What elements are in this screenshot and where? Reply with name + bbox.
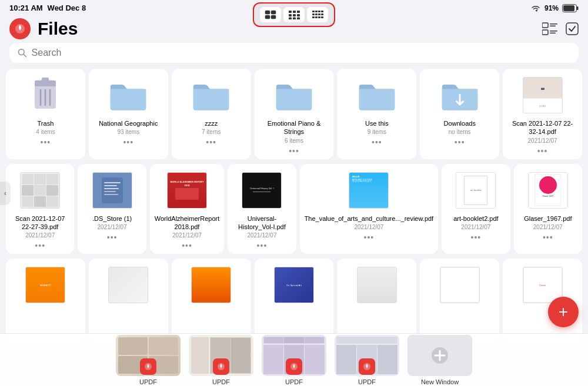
page-title: Files: [38, 19, 78, 39]
svg-rect-33: [550, 31, 557, 32]
svg-rect-3: [271, 15, 276, 19]
file-world-alz-dots[interactable]: •••: [182, 241, 192, 250]
file-universal-history-name: Universal-History_Vol-I.pdf: [232, 214, 291, 231]
left-arrow[interactable]: ‹: [0, 182, 11, 205]
folder-downloads-dots[interactable]: •••: [455, 137, 465, 147]
svg-rect-49: [104, 191, 116, 192]
app-logo: [9, 18, 31, 39]
checkmark-icon[interactable]: [566, 22, 579, 35]
file-scan-2-name: Scan 2021-12-07 22-27-39.pdf: [11, 214, 69, 231]
app-switcher: UPDF UPDF: [0, 333, 588, 386]
svg-line-37: [24, 54, 26, 56]
file-value-arts-name: The_value_of_arts_and_culture..._review.…: [305, 214, 434, 223]
list-view-icon[interactable]: [542, 22, 557, 35]
file-scan-1[interactable]: 📷 SCAN Scan 2021-12-07 22-32-14.pdf 2021…: [503, 69, 582, 159]
file-value-arts-meta: 2021/12/07: [354, 224, 383, 230]
svg-rect-27: [563, 5, 574, 11]
search-icon: [18, 48, 27, 58]
app-switcher-item-2[interactable]: UPDF: [189, 335, 253, 385]
svg-rect-6: [297, 11, 300, 13]
folder-use-this[interactable]: Use this 9 items •••: [337, 69, 416, 159]
folder-national-geo-dots[interactable]: •••: [123, 137, 133, 147]
folder-zzzz-dots[interactable]: •••: [206, 137, 216, 147]
svg-rect-11: [293, 18, 296, 20]
app-label-1: UPDF: [139, 378, 157, 385]
app-label-4: UPDF: [358, 378, 376, 385]
app-switcher-item-1[interactable]: UPDF: [116, 335, 181, 385]
app-screenshot-4[interactable]: [335, 335, 399, 376]
app-label-3: UPDF: [285, 378, 303, 385]
r3-file-2[interactable]: [89, 259, 168, 345]
file-art-booklet-dots[interactable]: •••: [471, 233, 482, 242]
file-world-alz-meta: 2021/12/07: [172, 232, 202, 239]
file-glaser-name: Glaser_1967.pdf: [524, 214, 572, 223]
file-glaser[interactable]: Glaser 1967 Glaser_1967.pdf 2021/12/07 •…: [514, 164, 582, 254]
folder-downloads[interactable]: Downloads no items •••: [420, 69, 499, 159]
r3-file-6[interactable]: [420, 259, 499, 345]
battery-icon: [562, 4, 579, 12]
app-switcher-item-3[interactable]: UPDF: [262, 335, 326, 385]
app-screenshot-3[interactable]: [262, 335, 326, 376]
folder-emotional-piano-meta: 6 items: [285, 137, 303, 144]
new-window-button[interactable]: [407, 335, 472, 376]
file-universal-history-dots[interactable]: •••: [257, 241, 268, 250]
file-ds-store[interactable]: .DS_Store (1) 2021/12/07 •••: [78, 164, 146, 254]
folder-trash[interactable]: Trash 4 items •••: [6, 69, 85, 159]
svg-rect-5: [293, 11, 296, 13]
folder-use-this-meta: 9 items: [368, 129, 386, 135]
file-value-arts-dots[interactable]: •••: [364, 233, 375, 242]
svg-rect-46: [104, 182, 121, 183]
r3-file-5[interactable]: [337, 259, 416, 345]
folder-trash-dots[interactable]: •••: [41, 137, 51, 147]
folder-trash-meta: 4 items: [36, 129, 55, 135]
file-art-booklet-meta: 2021/12/07: [461, 224, 490, 230]
app-screenshot-2[interactable]: [189, 335, 253, 376]
file-scan-2-dots[interactable]: •••: [35, 241, 45, 250]
svg-rect-30: [550, 24, 557, 25]
file-scan-1-dots[interactable]: •••: [537, 146, 548, 156]
svg-rect-23: [318, 16, 320, 18]
toggle-medium-grid[interactable]: [283, 7, 305, 22]
file-scan-1-meta: 2021/12/07: [528, 137, 557, 144]
svg-rect-0: [265, 11, 270, 14]
svg-rect-2: [265, 15, 270, 19]
folder-use-this-name: Use this: [365, 119, 389, 127]
search-bar[interactable]: [9, 43, 579, 63]
folder-emotional-piano[interactable]: Emotional Piano & Strings 6 items •••: [255, 69, 334, 159]
folder-national-geo[interactable]: National Geographic 93 items •••: [89, 69, 168, 159]
search-input[interactable]: [32, 48, 570, 58]
app-switcher-item-4[interactable]: UPDF: [335, 335, 399, 385]
toggle-large-grid[interactable]: [260, 7, 281, 22]
file-art-booklet-name: art-booklet2.pdf: [453, 214, 498, 223]
file-scan-2[interactable]: Scan 2021-12-07 22-27-39.pdf 2021/12/07 …: [6, 164, 74, 254]
r3-file-1[interactable]: research: [6, 259, 85, 345]
r3-file-3[interactable]: [172, 259, 251, 345]
folder-emotional-piano-dots[interactable]: •••: [289, 146, 299, 156]
svg-rect-48: [104, 188, 119, 189]
app-switcher-new-window[interactable]: New Window: [407, 335, 472, 385]
file-universal-history[interactable]: Universal History Vol. I Universal-Histo…: [228, 164, 296, 254]
file-world-alz-name: WorldAlzheimerReport 2018.pdf: [155, 214, 219, 231]
file-world-alz[interactable]: WORLD ALZHEIMER REPORT 2018 WorldAlzheim…: [150, 164, 224, 254]
svg-rect-18: [315, 14, 318, 15]
app-screenshot-1[interactable]: [116, 335, 181, 376]
svg-rect-45: [102, 177, 123, 203]
file-value-arts[interactable]: VALUE ARTS AND CULTURE PEOPLE AND SOCIET…: [300, 164, 439, 254]
svg-rect-24: [321, 16, 323, 18]
file-universal-history-meta: 2021/12/07: [247, 232, 276, 239]
add-button[interactable]: +: [548, 297, 579, 327]
r3-file-4[interactable]: On Special Art: [255, 259, 334, 345]
folder-zzzz[interactable]: zzzz 7 items •••: [172, 69, 251, 159]
svg-rect-20: [321, 14, 323, 15]
svg-rect-10: [289, 18, 292, 20]
folder-national-geo-meta: 93 items: [117, 129, 139, 135]
file-art-booklet[interactable]: art booklet art-booklet2.pdf 2021/12/07 …: [442, 164, 510, 254]
svg-rect-7: [289, 14, 292, 16]
toggle-small-grid[interactable]: [307, 7, 328, 22]
view-toggle-bar[interactable]: [253, 2, 335, 27]
file-glaser-dots[interactable]: •••: [543, 233, 553, 242]
files-row: Scan 2021-12-07 22-27-39.pdf 2021/12/07 …: [6, 164, 582, 259]
svg-rect-8: [293, 14, 296, 16]
folder-use-this-dots[interactable]: •••: [372, 137, 382, 147]
file-ds-store-dots[interactable]: •••: [107, 233, 118, 242]
